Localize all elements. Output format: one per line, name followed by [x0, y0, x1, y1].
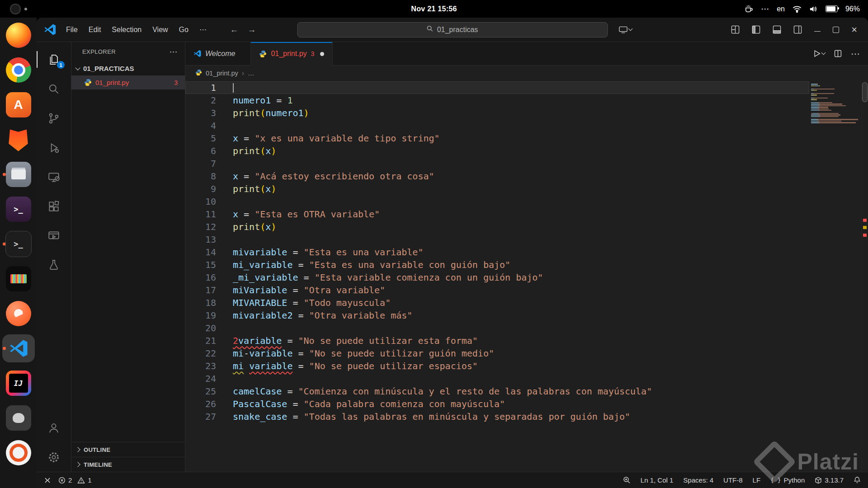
problems-indicator[interactable]: 2 1 [58, 476, 92, 484]
workspace-folder-row[interactable]: 01_PRACTICAS [71, 61, 185, 75]
window-maximize-button[interactable] [833, 27, 839, 33]
encoding[interactable]: UTF-8 [723, 476, 743, 484]
timeline-section[interactable]: TIMELINE [71, 457, 185, 472]
code-line-26[interactable]: 26PascalCase = "Cada palabra comienza co… [185, 398, 809, 410]
run-python-button[interactable] [813, 50, 825, 57]
code-line-17[interactable]: 17miVariable = "Otra variable" [185, 284, 809, 296]
notifications-bell-icon[interactable] [854, 476, 861, 484]
activity-run-debug[interactable] [37, 133, 71, 162]
os-clock[interactable]: Nov 21 15:56 [411, 5, 457, 13]
code-line-21[interactable]: 212variable = "No se puede utilizar esta… [185, 334, 809, 347]
dock-item-software[interactable]: A [2, 91, 35, 119]
menu-view[interactable]: View [147, 23, 173, 37]
activity-extensions[interactable] [37, 192, 71, 221]
more-indicator[interactable]: ⋯ [761, 4, 769, 14]
language-mode[interactable]: { }Python [770, 476, 805, 484]
dock-item-chrome[interactable] [2, 56, 35, 84]
keyboard-layout[interactable]: en [777, 5, 785, 13]
code-line-6[interactable]: 6print(x) [185, 145, 809, 157]
breadcrumb-more[interactable]: … [248, 70, 255, 77]
dock-item-terminal-dark[interactable]: >_ [2, 230, 35, 258]
activity-explorer[interactable]: 1 [37, 45, 71, 74]
dock-item-intellij[interactable]: IJ [2, 369, 35, 397]
toggle-panel-icon[interactable] [773, 25, 781, 34]
file-row-01-print[interactable]: 01_print.py 3 [71, 75, 185, 89]
code-line-4[interactable]: 4 [185, 119, 809, 132]
menu-selection[interactable]: Selection [106, 23, 147, 37]
breadcrumb[interactable]: 01_print.py › … [185, 66, 868, 81]
code-line-24[interactable]: 24 [185, 372, 809, 385]
window-close-button[interactable]: × [851, 25, 857, 35]
breadcrumb-file[interactable]: 01_print.py [206, 70, 238, 77]
dock-item-firefox[interactable] [2, 21, 35, 49]
code-line-13[interactable]: 13 [185, 233, 809, 246]
dock-item-files[interactable] [2, 160, 35, 188]
menu-file[interactable]: File [61, 23, 83, 37]
code-line-16[interactable]: 16_mi_variable = "Esta variable comienza… [185, 271, 809, 284]
dock-item-terminal-purple[interactable]: >_ [2, 195, 35, 223]
code-editor[interactable]: 12numero1 = 13print(numero1)45x = "x es … [185, 81, 809, 472]
outline-section[interactable]: OUTLINE [71, 442, 185, 457]
code-line-27[interactable]: 27snake_case = "Todas las palabras en mi… [185, 410, 809, 423]
activity-search[interactable] [37, 74, 71, 103]
tab-welcome[interactable]: Welcome [185, 42, 251, 65]
menu-go[interactable]: Go [174, 23, 194, 37]
volume-icon[interactable] [809, 5, 818, 13]
unsaved-dot-icon[interactable] [320, 52, 324, 56]
python-env-indicator[interactable]: 3.13.7 [815, 476, 844, 484]
remote-indicator[interactable] [44, 477, 51, 484]
activity-testing[interactable] [37, 250, 71, 280]
window-minimize-button[interactable] [814, 28, 821, 32]
code-line-14[interactable]: 14mivariable = "Esta es una variable" [185, 246, 809, 258]
tab-01-print[interactable]: 01_print.py 3 [251, 42, 333, 66]
toggle-secondary-sidebar-icon[interactable] [793, 25, 802, 34]
code-line-20[interactable]: 20 [185, 322, 809, 334]
code-line-18[interactable]: 18MIVARIABLE = "Todo mayuscula" [185, 296, 809, 309]
code-line-1[interactable]: 1 [185, 81, 809, 94]
code-line-23[interactable]: 23mi variable = "No se puede utilizar es… [185, 360, 809, 372]
split-editor-icon[interactable] [834, 50, 842, 57]
code-line-19[interactable]: 19mivariable2 = "Otra variable más" [185, 309, 809, 322]
run-dropdown-icon[interactable] [821, 51, 826, 55]
activity-source-control[interactable] [37, 103, 71, 133]
code-line-11[interactable]: 11x = "Esta es OTRA variable" [185, 208, 809, 221]
explorer-more-actions[interactable]: ⋯ [170, 47, 178, 57]
dock-item-vscode[interactable] [2, 334, 35, 362]
cursor-position[interactable]: Ln 1, Col 1 [641, 476, 674, 484]
caffeine-icon[interactable] [745, 5, 753, 13]
code-line-12[interactable]: 12print(x) [185, 221, 809, 233]
code-line-9[interactable]: 9print(x) [185, 183, 809, 195]
code-line-7[interactable]: 7 [185, 157, 809, 170]
toggle-sidebar-icon[interactable] [752, 25, 760, 34]
activity-accounts[interactable] [37, 413, 71, 442]
layout-picker[interactable] [619, 26, 632, 33]
code-line-22[interactable]: 22mi-variable = "No se puede utilizar gu… [185, 347, 809, 360]
code-line-2[interactable]: 2numero1 = 1 [185, 94, 809, 107]
code-line-25[interactable]: 25camelCase = "Comienza con minúscula y … [185, 385, 809, 398]
code-line-10[interactable]: 10 [185, 195, 809, 208]
dock-item-waveform[interactable] [2, 265, 35, 293]
dock-item-brave[interactable] [2, 126, 35, 154]
activity-remote-explorer[interactable] [37, 162, 71, 192]
code-line-5[interactable]: 5x = "x es una variable de tipo string" [185, 132, 809, 145]
scrollbar-thumb[interactable] [862, 82, 868, 102]
code-line-15[interactable]: 15mi_variable = "Esta es una variable co… [185, 258, 809, 271]
vscode-logo-icon[interactable] [44, 23, 56, 36]
menu-edit[interactable]: Edit [83, 23, 107, 37]
dock-item-gimp[interactable] [2, 404, 35, 432]
nav-back-icon[interactable]: ← [230, 25, 239, 35]
indentation[interactable]: Spaces: 4 [683, 476, 713, 484]
menu-more[interactable]: ⋯ [194, 23, 212, 37]
activity-settings[interactable] [37, 442, 71, 472]
editor-more-actions[interactable]: ⋯ [851, 48, 860, 59]
command-center-search[interactable]: 01_practicas [297, 22, 608, 38]
wifi-icon[interactable] [793, 5, 802, 13]
dock-item-ubuntu[interactable] [2, 439, 35, 467]
zoom-in-icon[interactable] [623, 476, 631, 484]
activity-live-preview[interactable] [37, 221, 71, 250]
editor-scrollbar[interactable] [861, 81, 868, 472]
indicator-icon[interactable] [10, 4, 21, 14]
eol-sequence[interactable]: LF [753, 476, 761, 484]
code-line-3[interactable]: 3print(numero1) [185, 107, 809, 119]
battery-percent[interactable]: 96% [845, 5, 860, 13]
